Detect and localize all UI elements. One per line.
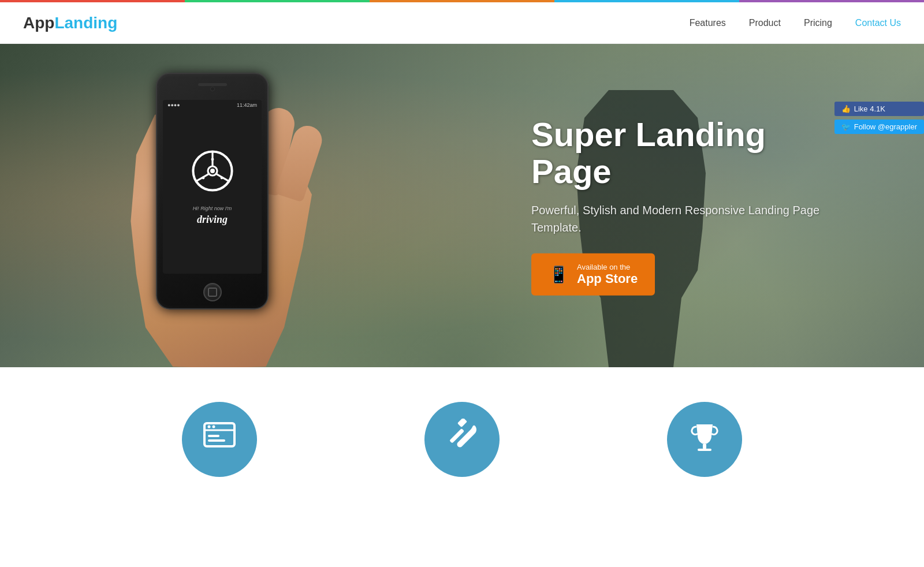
top-bar-purple (739, 0, 924, 2)
facebook-like-button[interactable]: 👍 Like 4.1K (834, 102, 924, 116)
social-buttons: 👍 Like 4.1K 🐦 Follow @egrappler (834, 102, 924, 134)
hero-section: ●●●● 11:42am Hi! Right (0, 44, 924, 367)
svg-point-7 (220, 177, 223, 180)
phone-area: ●●●● 11:42am Hi! Right (92, 55, 381, 367)
feature-trophy-icon-circle (667, 402, 742, 477)
twitter-label: Follow @egrappler (854, 122, 917, 131)
svg-point-8 (211, 158, 214, 161)
svg-rect-16 (457, 419, 467, 427)
app-store-button[interactable]: 📱 Available on the App Store (531, 253, 655, 295)
svg-rect-19 (698, 449, 711, 451)
svg-point-6 (202, 177, 204, 180)
logo-landing-text: Landing (54, 14, 117, 32)
phone-icon: 📱 (549, 264, 569, 284)
nav-features[interactable]: Features (690, 18, 726, 28)
fb-label: Like 4.1K (854, 105, 885, 113)
nav-pricing[interactable]: Pricing (804, 18, 832, 28)
browser-icon (202, 419, 237, 460)
top-bar-green (185, 0, 370, 2)
feature-trophy (583, 402, 826, 488)
tools-icon (445, 419, 479, 460)
phone-camera (210, 87, 215, 91)
feature-browser-icon-circle (182, 402, 257, 477)
top-color-bar (0, 0, 924, 2)
nav-contact[interactable]: Contact Us (855, 18, 901, 28)
main-nav: Features Product Pricing Contact Us (690, 18, 901, 28)
phone-signal: ●●●● (167, 102, 180, 108)
phone-device: ●●●● 11:42am Hi! Right (156, 73, 269, 309)
nav-product[interactable]: Product (749, 18, 781, 28)
hero-text-block: Super Landing Page Powerful, Stylish and… (531, 116, 820, 296)
svg-point-5 (210, 169, 215, 173)
svg-rect-14 (208, 439, 225, 442)
features-section (0, 367, 924, 512)
feature-tools (341, 402, 583, 488)
svg-point-12 (213, 426, 215, 428)
screen-label: Hi! Right now I'm (193, 206, 232, 211)
phone-speaker (198, 83, 227, 86)
svg-point-11 (208, 426, 211, 428)
hero-subtitle: Powerful, Stylish and Modern Responsive … (531, 201, 820, 236)
top-bar-red (0, 0, 185, 2)
hero-title: Super Landing Page (531, 116, 820, 190)
phone-home-button (203, 283, 222, 301)
phone-status-bar: ●●●● 11:42am (163, 100, 262, 110)
phone-time: 11:42am (237, 102, 257, 108)
app-store-small-label: Available on the (577, 262, 630, 271)
header: AppLanding Features Product Pricing Cont… (0, 2, 924, 44)
screen-activity: driving (197, 214, 228, 226)
fb-icon: 👍 (841, 105, 851, 113)
svg-rect-18 (703, 444, 706, 449)
twitter-follow-button[interactable]: 🐦 Follow @egrappler (834, 120, 924, 134)
logo[interactable]: AppLanding (23, 14, 117, 32)
app-store-large-label: App Store (577, 271, 638, 286)
top-bar-blue (554, 0, 739, 2)
phone-screen: ●●●● 11:42am Hi! Right (163, 100, 262, 274)
feature-tools-icon-circle (424, 402, 500, 477)
top-bar-orange (370, 0, 554, 2)
phone-home-inner (208, 288, 217, 297)
twitter-icon: 🐦 (841, 122, 851, 131)
trophy-icon (687, 419, 722, 460)
svg-rect-13 (208, 435, 219, 437)
app-store-text: Available on the App Store (577, 262, 638, 286)
logo-app-text: App (23, 14, 54, 32)
feature-browser (98, 402, 341, 488)
steering-wheel-icon (189, 148, 236, 194)
svg-point-17 (457, 442, 462, 447)
